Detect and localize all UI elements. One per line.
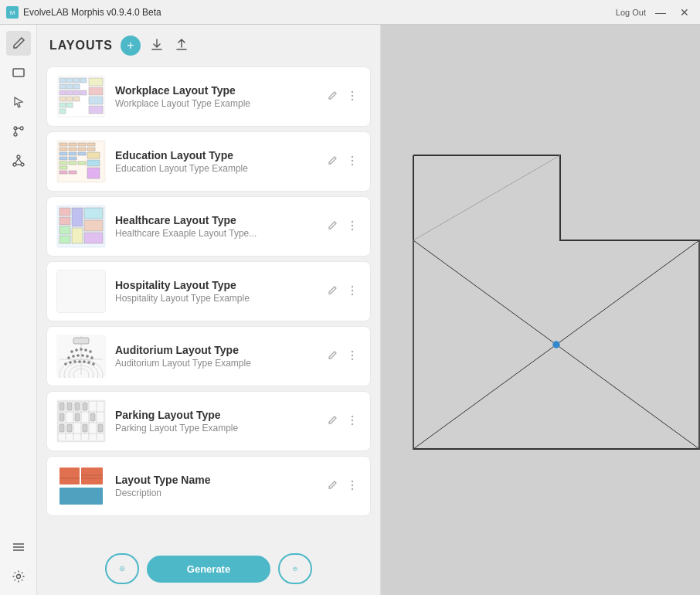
svg-rect-27 (66, 84, 73, 89)
layout-thumbnail (56, 205, 106, 248)
list-item[interactable]: Education Layout Type Education Layout T… (46, 131, 371, 192)
svg-line-11 (15, 158, 19, 163)
svg-rect-61 (59, 162, 67, 165)
list-item[interactable]: Auditorium Layout Type Auditorium Layout… (46, 326, 371, 386)
svg-rect-50 (78, 143, 86, 146)
tool-settings[interactable] (6, 564, 31, 589)
svg-text:M: M (10, 9, 15, 16)
svg-point-104 (68, 357, 70, 359)
tool-list[interactable] (6, 535, 31, 559)
svg-point-99 (71, 351, 73, 353)
add-layout-button[interactable]: + (121, 36, 141, 56)
layout-info: Healthcare Layout Type Healthcare Exaapl… (115, 214, 314, 239)
edit-button[interactable] (324, 412, 341, 431)
list-item[interactable]: Healthcare Layout Type Healthcare Exaapl… (46, 196, 371, 257)
layout-description: Description (115, 488, 314, 498)
cursor-button[interactable] (105, 553, 139, 584)
svg-rect-134 (59, 413, 64, 421)
svg-point-110 (65, 363, 67, 366)
more-button[interactable] (344, 282, 361, 301)
svg-point-143 (352, 423, 353, 424)
svg-rect-130 (59, 403, 64, 410)
more-button[interactable] (344, 347, 361, 366)
svg-point-43 (352, 90, 353, 92)
svg-rect-138 (67, 424, 72, 432)
tool-node[interactable] (6, 148, 31, 173)
svg-point-89 (352, 289, 353, 291)
tool-pencil[interactable] (6, 31, 31, 56)
svg-point-152 (352, 484, 353, 485)
svg-rect-25 (80, 78, 87, 83)
svg-point-151 (352, 480, 353, 481)
svg-rect-145 (59, 468, 80, 484)
list-item[interactable]: Hospitality Layout Type Hospitality Layo… (46, 261, 371, 321)
svg-point-102 (85, 349, 87, 352)
more-button[interactable] (344, 87, 361, 107)
list-item[interactable]: Parking Layout Type Parking Layout Type … (46, 391, 371, 451)
more-button[interactable] (344, 217, 361, 236)
svg-point-103 (90, 351, 92, 353)
svg-point-84 (352, 220, 353, 222)
layout-info: Layout Type Name Description (115, 474, 314, 498)
svg-rect-58 (78, 152, 86, 155)
app-title: EvolveLAB Morphis v0.9.4.0 Beta (23, 7, 611, 18)
svg-point-10 (21, 163, 24, 166)
svg-point-88 (352, 285, 353, 287)
more-button[interactable] (344, 152, 361, 172)
svg-rect-56 (59, 152, 67, 155)
svg-rect-39 (89, 78, 103, 86)
svg-rect-23 (66, 78, 73, 83)
close-button[interactable]: ✕ (675, 5, 694, 20)
svg-point-115 (88, 362, 90, 364)
svg-point-141 (352, 415, 353, 416)
generate-button[interactable]: Generate (147, 556, 270, 583)
svg-rect-75 (59, 208, 70, 216)
panel-title: LAYOUTS (49, 39, 113, 53)
tool-pointer[interactable] (6, 90, 31, 114)
svg-rect-26 (59, 84, 66, 89)
list-item[interactable]: Workplace Layout Type Workplace Layout T… (46, 66, 371, 127)
edit-button[interactable] (324, 477, 341, 496)
import-button[interactable] (148, 36, 165, 56)
logout-button[interactable]: Log Out (616, 8, 646, 17)
svg-point-117 (352, 350, 353, 352)
svg-rect-37 (66, 103, 73, 107)
tool-rectangle[interactable] (6, 60, 31, 85)
svg-point-101 (80, 348, 83, 351)
edit-button[interactable] (324, 152, 341, 172)
minimize-button[interactable]: — (651, 5, 671, 20)
layout-actions (324, 477, 361, 496)
svg-point-85 (352, 224, 353, 226)
svg-point-105 (73, 355, 75, 358)
svg-rect-81 (84, 208, 103, 219)
tool-branch[interactable] (6, 119, 31, 144)
svg-rect-22 (59, 78, 66, 83)
svg-rect-60 (69, 157, 76, 160)
layout-thumbnail (56, 400, 106, 443)
svg-rect-35 (73, 97, 80, 101)
svg-rect-32 (80, 90, 87, 95)
layout-description: Parking Layout Type Example (115, 423, 314, 434)
canvas-area[interactable] (381, 25, 700, 595)
export-button[interactable] (173, 36, 190, 56)
svg-rect-33 (59, 97, 66, 101)
svg-rect-31 (73, 90, 80, 95)
edit-button[interactable] (324, 217, 341, 236)
3d-view-button[interactable] (278, 553, 312, 584)
svg-point-116 (93, 363, 95, 366)
svg-rect-52 (59, 148, 67, 151)
svg-point-114 (83, 361, 86, 363)
svg-rect-146 (81, 468, 103, 484)
layout-description: Healthcare Exaaple Layout Type... (115, 228, 314, 239)
svg-rect-133 (83, 403, 87, 410)
edit-button[interactable] (324, 347, 341, 366)
svg-rect-36 (59, 103, 66, 107)
edit-button[interactable] (324, 87, 341, 107)
svg-rect-2 (13, 69, 24, 76)
edit-button[interactable] (324, 282, 341, 301)
more-button[interactable] (344, 412, 361, 431)
svg-rect-140 (98, 424, 103, 432)
more-button[interactable] (344, 477, 361, 496)
list-item[interactable]: Layout Type Name Description (46, 456, 371, 516)
svg-rect-54 (78, 148, 86, 151)
